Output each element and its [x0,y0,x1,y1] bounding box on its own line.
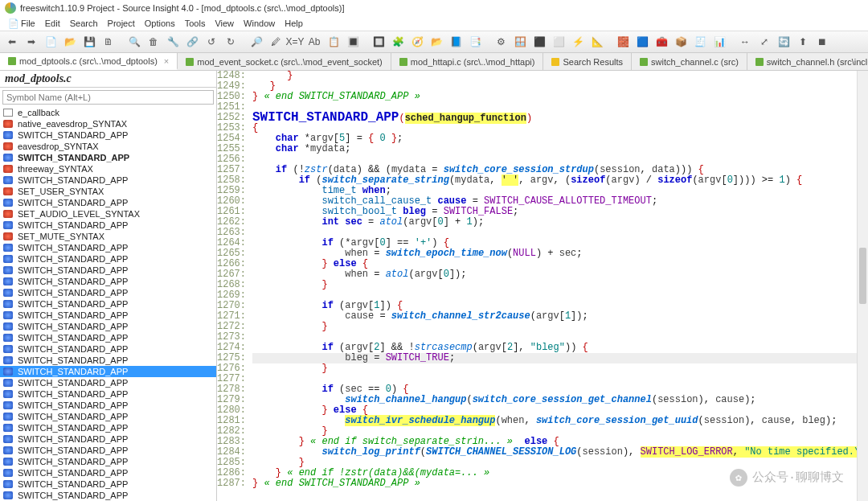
symbol-item[interactable]: SET_USER_SYNTAX [0,186,216,197]
tab-4[interactable]: switch_channel.c (src) [632,53,747,70]
toolbar-button-3[interactable]: 📂 [61,33,79,51]
code-line[interactable]: } [252,280,868,290]
toolbar-button-16[interactable]: 📋 [325,33,342,51]
symbol-item[interactable]: SWITCH_STANDARD_APP [0,276,216,287]
code-line[interactable]: int sec = atol(argv[0] + 1); [252,217,868,228]
toolbar-button-0[interactable]: ⬅ [3,33,21,51]
menu-edit[interactable]: Edit [40,18,65,28]
symbol-item[interactable]: SWITCH_STANDARD_APP [0,377,216,388]
symbol-item[interactable]: SWITCH_STANDARD_APP [0,321,216,332]
toolbar-button-21[interactable]: 📂 [428,33,445,51]
toolbar-button-17[interactable]: 🔳 [344,33,362,51]
toolbar-button-10[interactable]: ↺ [203,33,220,51]
toolbar-button-29[interactable]: 📐 [588,33,606,51]
toolbar-button-22[interactable]: 📘 [447,33,465,51]
toolbar-button-32[interactable]: 🧰 [653,33,670,51]
code-line[interactable]: cause = switch_channel_str2cause(argv[1]… [252,311,868,322]
code-line[interactable]: } [252,71,868,81]
toolbar-button-8[interactable]: 🔧 [164,33,182,51]
symbol-item[interactable]: SWITCH_STANDARD_APP [0,175,216,186]
symbol-item[interactable]: SWITCH_STANDARD_APP [0,400,216,411]
symbol-item[interactable]: SWITCH_STANDARD_APP [0,467,216,478]
symbol-item[interactable]: SWITCH_STANDARD_APP [0,355,216,366]
symbol-item[interactable]: SWITCH_STANDARD_APP [0,366,216,377]
toolbar-button-27[interactable]: ⬜ [550,33,567,51]
symbol-search-input[interactable] [2,90,214,105]
tab-0[interactable]: mod_dptools.c (src\..\mod_dptools)× [0,53,178,70]
symbol-item[interactable]: SWITCH_STANDARD_APP [0,152,216,163]
toolbar-button-11[interactable]: ↻ [222,33,240,51]
symbol-item[interactable]: SET_MUTE_SYNTAX [0,231,216,242]
toolbar-button-35[interactable]: 📊 [710,33,728,51]
toolbar-button-5[interactable]: 🗎 [100,33,117,51]
toolbar-button-1[interactable]: ➡ [23,33,40,51]
toolbar-button-24[interactable]: ⚙ [492,33,510,51]
code-line[interactable]: switch_log_printf(SWITCH_CHANNEL_SESSION… [252,447,868,458]
symbol-item[interactable]: SWITCH_STANDARD_APP [0,298,216,310]
toolbar-button-28[interactable]: ⚡ [569,33,587,51]
symbol-item[interactable]: SWITCH_STANDARD_APP [0,265,216,276]
code-line[interactable]: bleg = SWITCH_TRUE; [252,353,868,363]
toolbar-button-6[interactable]: 🔍 [125,33,143,51]
toolbar-button-40[interactable]: ⏹ [813,33,831,51]
symbol-item[interactable]: SWITCH_STANDARD_APP [0,287,216,298]
symbol-item[interactable]: threeway_SYNTAX [0,163,216,175]
symbol-item[interactable]: SWITCH_STANDARD_APP [0,129,216,141]
tab-1[interactable]: mod_event_socket.c (src\..\mod_event_soc… [178,53,391,70]
symbol-item[interactable]: SWITCH_STANDARD_APP [0,220,216,231]
vertical-scrollbar[interactable] [857,71,868,501]
menu-options[interactable]: Options [140,18,180,28]
toolbar-button-2[interactable]: 📄 [42,33,59,51]
menu-window[interactable]: Window [239,18,280,28]
symbol-item[interactable]: SWITCH_STANDARD_APP [0,490,216,501]
toolbar-button-15[interactable]: Ab [305,33,323,51]
menu-file[interactable]: File [16,18,40,28]
code-view[interactable]: } }} « end SWITCH_STANDARD_APP » SWITCH_… [252,71,868,501]
code-line[interactable]: } « end SWITCH_STANDARD_APP » [252,92,868,102]
symbol-item[interactable]: SWITCH_STANDARD_APP [0,445,216,456]
app-menu-icon[interactable]: 📄 [3,18,16,29]
code-line[interactable]: switch_ivr_schedule_hangup(when, switch_… [252,416,868,426]
symbol-list[interactable]: e_callbacknative_eavesdrop_SYNTAXSWITCH_… [0,107,216,501]
code-line[interactable]: SWITCH_STANDARD_APP(sched_hangup_functio… [252,113,868,123]
tab-2[interactable]: mod_httapi.c (src\..\mod_httapi) [391,53,544,70]
symbol-item[interactable]: SWITCH_STANDARD_APP [0,197,216,208]
symbol-item[interactable]: SWITCH_STANDARD_APP [0,478,216,490]
toolbar-button-31[interactable]: 🟦 [633,33,651,51]
symbol-item[interactable]: SWITCH_STANDARD_APP [0,242,216,253]
symbol-item[interactable]: SWITCH_STANDARD_APP [0,388,216,400]
toolbar-button-37[interactable]: ⤢ [755,33,773,51]
menu-help[interactable]: Help [280,18,308,28]
symbol-item[interactable]: SWITCH_STANDARD_APP [0,422,216,433]
symbol-item[interactable]: e_callback [0,107,216,118]
symbol-item[interactable]: SWITCH_STANDARD_APP [0,433,216,445]
toolbar-button-26[interactable]: ⬛ [530,33,548,51]
toolbar-button-25[interactable]: 🪟 [511,33,529,51]
scrollbar-thumb[interactable] [859,248,866,304]
symbol-item[interactable]: SWITCH_STANDARD_APP [0,456,216,467]
symbol-item[interactable]: SWITCH_STANDARD_APP [0,411,216,422]
tab-5[interactable]: switch_channel.h (src\include) [747,53,868,70]
toolbar-button-19[interactable]: 🧩 [389,33,407,51]
close-icon[interactable]: × [164,56,169,66]
toolbar-button-33[interactable]: 📦 [672,33,690,51]
toolbar-button-18[interactable]: 🔲 [370,33,387,51]
toolbar-button-34[interactable]: 🧾 [691,33,709,51]
menu-tools[interactable]: Tools [180,18,211,28]
symbol-item[interactable]: SWITCH_STANDARD_APP [0,343,216,355]
toolbar-button-14[interactable]: X=Y [286,33,304,51]
code-line[interactable]: } [252,363,868,374]
code-editor[interactable]: 1248:1249:1250:1251:1252:1253:1254:1255:… [217,71,868,501]
code-line[interactable]: char *mydata; [252,144,868,154]
menu-project[interactable]: Project [103,18,140,28]
symbol-item[interactable]: SET_AUDIO_LEVEL_SYNTAX [0,208,216,220]
symbol-item[interactable]: SWITCH_STANDARD_APP [0,310,216,321]
toolbar-button-13[interactable]: 🖉 [267,33,285,51]
toolbar-button-23[interactable]: 📑 [466,33,484,51]
symbol-item[interactable]: SWITCH_STANDARD_APP [0,253,216,265]
symbol-item[interactable]: SWITCH_STANDARD_APP [0,332,216,343]
menu-view[interactable]: View [210,18,239,28]
symbol-item[interactable]: eavesdrop_SYNTAX [0,141,216,152]
tab-3[interactable]: Search Results [543,53,632,70]
toolbar-button-38[interactable]: 🔄 [775,33,792,51]
